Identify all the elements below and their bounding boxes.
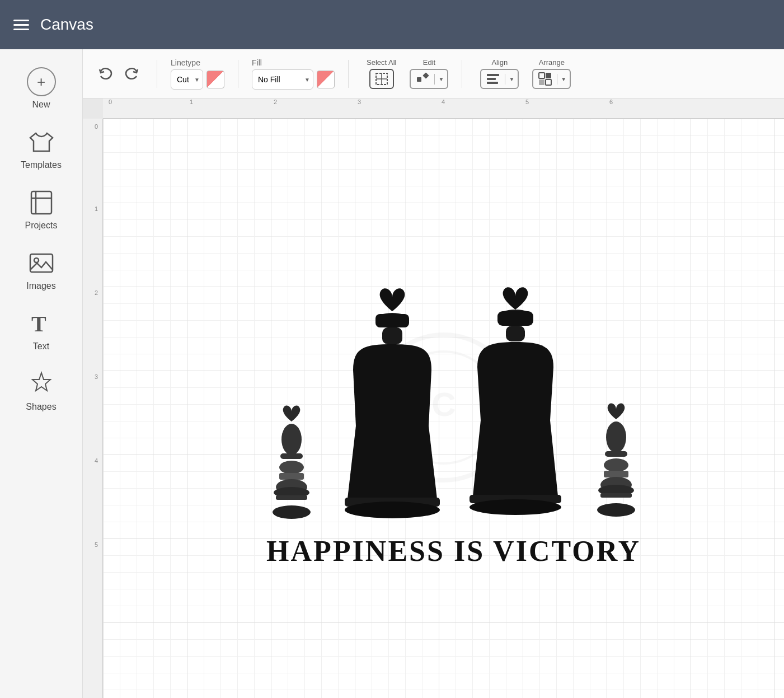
toolbar-divider-1 — [157, 60, 157, 88]
content-area: Linetype Cut ▼ Fill — [83, 49, 784, 698]
images-icon — [27, 249, 56, 278]
sidebar-item-templates[interactable]: Templates — [0, 119, 82, 179]
ruler-h-0: 0 — [109, 99, 112, 105]
chess-pawn-left — [264, 395, 320, 523]
canvas-area[interactable]: 0 1 2 3 4 5 6 0 1 2 3 4 5 — [83, 99, 784, 698]
main-layout: + New Templates Projects — [0, 49, 784, 698]
svg-point-28 — [273, 505, 311, 519]
linetype-color-swatch[interactable] — [206, 71, 224, 88]
svg-rect-22 — [280, 453, 303, 459]
sidebar-item-projects-label: Projects — [25, 221, 58, 231]
fill-select[interactable]: No Fill — [252, 69, 313, 90]
svg-rect-12 — [487, 78, 496, 80]
bookmark-svg — [28, 189, 55, 216]
svg-rect-31 — [382, 327, 402, 344]
arrange-group: Arrange ▼ — [532, 58, 571, 89]
sidebar-item-text[interactable]: T Text — [0, 300, 82, 360]
hamburger-icon — [13, 20, 29, 30]
undo-icon — [97, 66, 113, 82]
align-icon — [486, 72, 500, 86]
linetype-select[interactable]: Cut — [171, 69, 203, 90]
toolbar-divider-4 — [462, 60, 462, 88]
fill-group: Fill No Fill ▼ — [252, 58, 335, 90]
svg-rect-42 — [604, 471, 628, 477]
fill-select-wrap: No Fill ▼ — [252, 69, 313, 90]
svg-rect-17 — [546, 79, 551, 85]
fill-color-swatch[interactable] — [317, 71, 335, 88]
redo-button[interactable] — [121, 63, 143, 85]
edit-label: Edit — [423, 58, 435, 67]
toolbar-divider-3 — [348, 60, 349, 88]
projects-icon — [27, 188, 56, 217]
undo-redo-group — [94, 63, 143, 85]
svg-point-4 — [34, 258, 39, 263]
svg-point-23 — [279, 461, 304, 474]
sidebar-item-templates-label: Templates — [21, 160, 62, 170]
select-all-icon — [374, 71, 389, 87]
svg-rect-13 — [487, 82, 498, 84]
tshirt-svg — [28, 129, 55, 156]
ruler-h-3: 3 — [358, 99, 361, 105]
toolbar: Linetype Cut ▼ Fill — [83, 49, 784, 99]
ruler-v-3: 3 — [95, 373, 98, 380]
sidebar-item-images[interactable]: Images — [0, 240, 82, 300]
ruler-v-0: 0 — [95, 123, 98, 130]
linetype-group: Linetype Cut ▼ — [171, 58, 224, 90]
image-svg — [28, 250, 55, 277]
svg-rect-30 — [375, 314, 409, 327]
sidebar-item-new[interactable]: + New — [0, 58, 82, 119]
text-svg: T — [28, 310, 55, 337]
chess-queen — [465, 280, 566, 523]
ruler-h-2: 2 — [274, 99, 277, 105]
sidebar-item-images-label: Images — [26, 281, 55, 291]
edit-button[interactable]: ▼ — [410, 69, 448, 89]
ruler-v-4: 4 — [95, 457, 98, 464]
chess-king — [342, 280, 443, 523]
shapes-svg — [28, 371, 55, 397]
fill-label: Fill — [252, 58, 335, 67]
align-label: Align — [491, 58, 508, 67]
ruler-top: 0 1 2 3 4 5 6 — [103, 99, 784, 119]
sidebar: + New Templates Projects — [0, 49, 83, 698]
new-icon: + — [27, 67, 56, 96]
app-title: Canvas — [40, 16, 93, 34]
select-all-button[interactable] — [369, 69, 394, 89]
ruler-h-5: 5 — [525, 99, 529, 105]
sidebar-item-shapes[interactable]: Shapes — [0, 360, 82, 421]
sidebar-item-new-label: New — [32, 100, 50, 110]
svg-rect-36 — [506, 326, 525, 341]
redo-icon — [124, 66, 140, 82]
ruler-h-4: 4 — [442, 99, 445, 105]
undo-button[interactable] — [94, 63, 116, 85]
chess-pawn-right-svg — [588, 392, 644, 521]
svg-point-38 — [470, 499, 561, 515]
ruler-v-5: 5 — [95, 541, 98, 548]
svg-rect-3 — [30, 254, 53, 272]
sidebar-item-text-label: Text — [33, 341, 49, 352]
select-all-group: Select All — [367, 58, 396, 89]
chess-pieces-row — [264, 280, 644, 523]
chess-queen-svg — [465, 280, 566, 521]
arrange-label: Arrange — [539, 58, 565, 67]
svg-rect-35 — [497, 311, 533, 326]
svg-rect-10 — [423, 72, 429, 78]
sidebar-item-projects[interactable]: Projects — [0, 179, 82, 240]
svg-point-41 — [604, 458, 628, 472]
grid-canvas: C — [103, 119, 784, 698]
hamburger-button[interactable] — [13, 20, 29, 30]
chess-content: HAPPINESS IS VICTORY — [123, 139, 784, 698]
svg-point-46 — [597, 503, 635, 517]
align-button[interactable]: ▼ — [480, 69, 519, 89]
linetype-select-wrap: Cut ▼ — [171, 69, 203, 90]
app-header: Canvas — [0, 0, 784, 49]
ruler-h-1: 1 — [190, 99, 193, 105]
svg-rect-27 — [276, 495, 307, 500]
ruler-left: 0 1 2 3 4 5 — [83, 119, 103, 698]
select-all-label: Select All — [367, 58, 396, 67]
ruler-v-2: 2 — [95, 289, 98, 296]
linetype-label: Linetype — [171, 58, 224, 67]
happiness-text: HAPPINESS IS VICTORY — [266, 535, 641, 568]
svg-rect-40 — [605, 451, 627, 457]
arrange-button[interactable]: ▼ — [532, 69, 571, 89]
svg-rect-11 — [487, 74, 499, 76]
